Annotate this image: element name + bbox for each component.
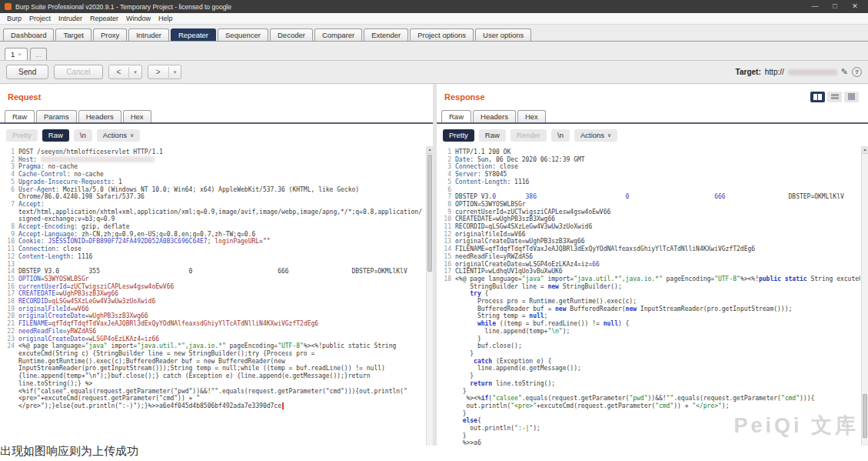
- code-line: buf.close();: [438, 342, 860, 350]
- request-scroll-thumb[interactable]: [427, 155, 432, 272]
- req-tab-raw[interactable]: Raw: [5, 110, 35, 122]
- tab-user-options[interactable]: User options: [475, 28, 531, 41]
- tab-sequencer[interactable]: Sequencer: [218, 28, 268, 41]
- request-editor[interactable]: 1POST /seeyon/htmlofficeservlet HTTP/1.1…: [0, 146, 433, 446]
- request-raw-button[interactable]: Raw: [42, 129, 69, 142]
- code-line: %><%if("calsee".equals(request.getParame…: [438, 395, 860, 403]
- forward-button[interactable]: > ▾: [148, 65, 181, 79]
- response-code[interactable]: 1HTTP/1.1 200 OK2Date: Sun, 06 Dec 2020 …: [437, 146, 862, 446]
- req-tab-headers[interactable]: Headers: [78, 110, 121, 122]
- response-scrollbar[interactable]: ▲: [861, 146, 868, 446]
- tab-comparer[interactable]: Comparer: [314, 28, 362, 41]
- target-label: Target:: [736, 68, 761, 76]
- request-title: Request: [8, 92, 427, 102]
- response-pretty-label: Pretty: [449, 131, 468, 139]
- menu-burp[interactable]: Burp: [3, 13, 25, 24]
- repeater-tab-more[interactable]: ...: [30, 48, 47, 60]
- code-line: 11RECORDID=qLSGw4SXzLeGw4V3wUw3zUoXwid6: [438, 223, 860, 231]
- request-code[interactable]: 1POST /seeyon/htmlofficeservlet HTTP/1.1…: [0, 146, 427, 446]
- request-scrollbar[interactable]: ▲: [426, 146, 433, 446]
- code-line: 21FILENAME=qfTdqfTdqfTdVaxJeAJQBRl3dExQy…: [2, 320, 425, 328]
- menu-project[interactable]: Project: [25, 13, 55, 24]
- help-icon[interactable]: ?: [852, 67, 862, 77]
- code-line: 12originalfileId=wV66: [438, 231, 860, 239]
- code-line: 9Accept-Language: zh-CN,zh;q=0.9,en-US;q…: [2, 231, 425, 239]
- back-button[interactable]: < ▾: [108, 65, 142, 79]
- code-line: }: [438, 350, 860, 358]
- chevron-down-icon[interactable]: ▾: [168, 67, 181, 78]
- scroll-up-icon[interactable]: ▲: [862, 146, 868, 154]
- code-line: 1HTTP/1.1 200 OK: [438, 149, 860, 156]
- request-pretty-button[interactable]: Pretty: [6, 129, 38, 142]
- tab-intruder[interactable]: Intruder: [128, 28, 169, 41]
- code-line: 12Content-Length: 1116: [2, 253, 425, 261]
- code-line: }: [438, 372, 860, 380]
- code-line: 24<%@ page language="java" import="java.…: [2, 342, 425, 409]
- main-tab-bar: DashboardTargetProxyIntruderRepeaterSequ…: [0, 25, 868, 42]
- close-tab-icon[interactable]: ×: [18, 51, 22, 58]
- req-tab-hex[interactable]: Hex: [123, 110, 151, 122]
- request-newline-label: \n: [80, 131, 86, 139]
- response-title: Response: [444, 92, 810, 102]
- res-tab-headers[interactable]: Headers: [473, 110, 516, 122]
- menu-intruder[interactable]: Intruder: [55, 13, 86, 24]
- tab-proxy[interactable]: Proxy: [93, 28, 127, 41]
- request-raw-label: Raw: [48, 131, 63, 139]
- code-line: 4Cache-Control: no-cache: [2, 171, 425, 179]
- code-line: 11Connection: close: [2, 246, 425, 253]
- code-line: 15needReadFile=yRWZdAS6: [438, 253, 860, 261]
- code-line: 6: [438, 186, 860, 194]
- code-line: %>>a6: [438, 439, 860, 446]
- response-render-button[interactable]: Render: [510, 129, 547, 142]
- code-line: out.println(":-|");: [438, 425, 860, 433]
- menu-window[interactable]: Window: [122, 13, 155, 24]
- response-render-label: Render: [517, 131, 540, 139]
- code-line: 23originalCreateDate=wLSGP4oEzLKAz4=iz66: [2, 336, 425, 343]
- request-tab-bar: RawParamsHeadersHex: [0, 105, 433, 124]
- code-line: 3Connection: close: [438, 163, 860, 171]
- menu-help[interactable]: Help: [155, 13, 177, 24]
- code-line: 9currentUserId=zUCTwigsziCAPLesw4gsw4oEw…: [438, 209, 860, 216]
- single-pane-icon[interactable]: [844, 92, 859, 102]
- tab-dashboard[interactable]: Dashboard: [3, 28, 54, 41]
- code-line: 13originalCreateDate=wUghPB3szB3Xwg66: [438, 238, 860, 246]
- res-tab-hex[interactable]: Hex: [517, 110, 546, 122]
- response-pretty-button[interactable]: Pretty: [443, 129, 474, 142]
- chevron-down-icon[interactable]: ▾: [128, 67, 141, 78]
- request-actions-button[interactable]: Actions∨: [97, 129, 140, 142]
- send-button[interactable]: Send: [6, 65, 48, 79]
- menu-repeater[interactable]: Repeater: [86, 13, 122, 24]
- split-rows-icon[interactable]: [827, 92, 842, 102]
- maximize-icon[interactable]: □: [825, 0, 845, 13]
- response-actions-button[interactable]: Actions∨: [574, 129, 617, 142]
- code-line: Process pro = Runtime.getRuntime().exec(…: [438, 298, 860, 306]
- response-scroll-thumb[interactable]: [863, 394, 867, 438]
- tab-decoder[interactable]: Decoder: [270, 28, 313, 41]
- response-raw-label: Raw: [485, 131, 500, 139]
- tab-repeater[interactable]: Repeater: [171, 28, 216, 41]
- req-tab-params[interactable]: Params: [36, 110, 77, 122]
- repeater-tab-1[interactable]: 1 ×: [5, 48, 28, 60]
- code-line: line.append(e.getMessage());: [438, 365, 860, 372]
- tab-project-options[interactable]: Project options: [410, 28, 474, 41]
- code-line: 7DBSTEP V3.0 386 0 666 DBSTEP=OKMLlKlV: [438, 193, 860, 201]
- response-newline-button[interactable]: \n: [551, 129, 570, 142]
- repeater-tab-bar: 1 × ...: [0, 42, 868, 61]
- back-arrow-icon[interactable]: <: [109, 65, 129, 79]
- tab-target[interactable]: Target: [55, 28, 91, 41]
- response-editor[interactable]: 1HTTP/1.1 200 OK2Date: Sun, 06 Dec 2020 …: [437, 146, 868, 446]
- code-line: 16originalCreateDate=wLSGP4oEzLKAz4=iz=6…: [438, 261, 860, 269]
- response-header: Response: [437, 84, 868, 105]
- response-raw-button[interactable]: Raw: [479, 129, 506, 142]
- edit-target-icon[interactable]: ✎: [841, 67, 848, 77]
- code-line: 16currentUserId=zUCTwigsziCAPLesw4gsw4oE…: [2, 283, 425, 291]
- close-icon[interactable]: ✕: [845, 0, 865, 13]
- forward-arrow-icon[interactable]: >: [148, 65, 168, 79]
- request-newline-button[interactable]: \n: [74, 129, 92, 142]
- res-tab-raw[interactable]: Raw: [441, 110, 471, 122]
- split-columns-icon[interactable]: [810, 92, 825, 102]
- tab-extender[interactable]: Extender: [364, 28, 408, 41]
- minimize-icon[interactable]: —: [805, 0, 825, 13]
- scroll-up-icon[interactable]: ▲: [427, 146, 433, 154]
- cancel-button[interactable]: Cancel: [54, 65, 102, 79]
